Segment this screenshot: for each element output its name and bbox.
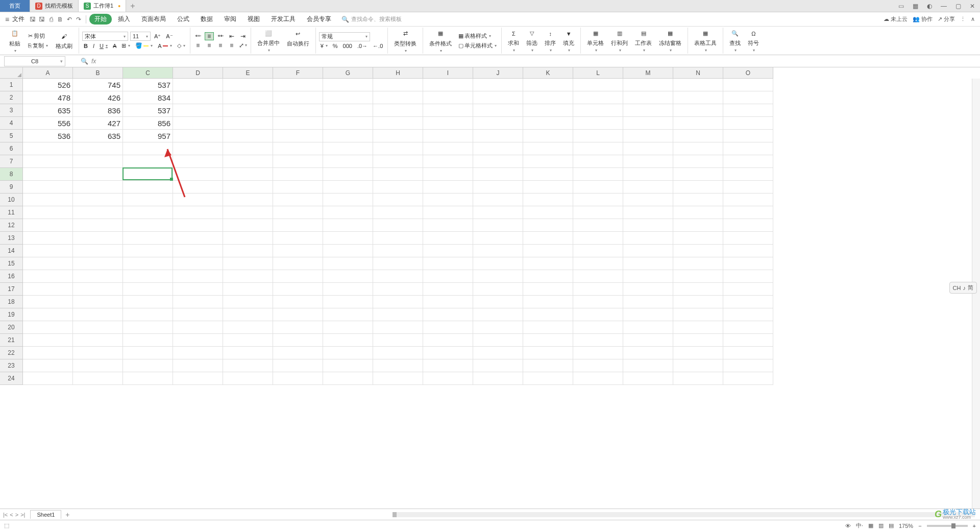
cell[interactable] bbox=[173, 117, 223, 130]
cell[interactable] bbox=[223, 155, 273, 168]
print-icon[interactable]: ⎙ bbox=[47, 15, 55, 23]
cell[interactable] bbox=[73, 181, 123, 194]
cell[interactable] bbox=[673, 232, 723, 245]
align-center-icon[interactable]: ≡ bbox=[205, 41, 214, 50]
cell[interactable] bbox=[723, 206, 773, 219]
cell[interactable] bbox=[23, 232, 73, 245]
column-header[interactable]: M bbox=[623, 67, 673, 79]
cell[interactable] bbox=[373, 194, 423, 206]
cell[interactable] bbox=[173, 206, 223, 219]
column-header[interactable]: I bbox=[423, 67, 473, 79]
cell[interactable] bbox=[723, 245, 773, 257]
strike-button[interactable]: A bbox=[111, 42, 118, 50]
cell[interactable] bbox=[423, 219, 473, 232]
cell[interactable] bbox=[223, 296, 273, 308]
row-header[interactable]: 8 bbox=[0, 168, 23, 181]
cell[interactable] bbox=[623, 334, 673, 347]
collapse-ribbon-icon[interactable]: ∧ bbox=[971, 16, 975, 22]
close-button[interactable]: ✕ bbox=[968, 2, 977, 11]
worksheet-button[interactable]: ▤工作表 bbox=[632, 28, 655, 54]
cell[interactable] bbox=[473, 219, 523, 232]
cell[interactable]: 856 bbox=[123, 117, 173, 130]
cell[interactable] bbox=[473, 257, 523, 270]
cell[interactable] bbox=[723, 219, 773, 232]
cell[interactable] bbox=[723, 296, 773, 308]
cell[interactable] bbox=[673, 283, 723, 296]
symbol-button[interactable]: Ω符号 bbox=[745, 28, 762, 54]
cell[interactable] bbox=[73, 296, 123, 308]
eye-icon[interactable]: 👁 bbox=[845, 523, 851, 529]
zoom-in-button[interactable]: + bbox=[973, 523, 976, 529]
cell[interactable] bbox=[173, 142, 223, 155]
cell[interactable] bbox=[123, 194, 173, 206]
cell[interactable] bbox=[523, 142, 573, 155]
align-top-icon[interactable]: ⬴ bbox=[193, 32, 203, 40]
row-header[interactable]: 15 bbox=[0, 257, 23, 270]
cell[interactable] bbox=[323, 257, 373, 270]
cell[interactable] bbox=[573, 168, 623, 181]
cell[interactable] bbox=[23, 321, 73, 334]
more-icon[interactable]: ⋮ bbox=[960, 16, 966, 22]
cell[interactable] bbox=[723, 181, 773, 194]
increase-font-icon[interactable]: A⁺ bbox=[153, 33, 162, 40]
cell[interactable] bbox=[473, 142, 523, 155]
cell[interactable] bbox=[723, 321, 773, 334]
sheet-tab[interactable]: Sheet1 bbox=[30, 510, 61, 519]
orientation-icon[interactable]: ⤢ bbox=[238, 41, 248, 50]
cell[interactable] bbox=[173, 219, 223, 232]
cell[interactable] bbox=[373, 283, 423, 296]
row-header[interactable]: 22 bbox=[0, 347, 23, 359]
cell[interactable] bbox=[723, 142, 773, 155]
number-format-select[interactable]: 常规▾ bbox=[319, 32, 370, 41]
cell[interactable] bbox=[223, 245, 273, 257]
cell[interactable] bbox=[673, 168, 723, 181]
cell[interactable] bbox=[73, 283, 123, 296]
cell[interactable] bbox=[523, 79, 573, 91]
zoom-value[interactable]: 175% bbox=[899, 523, 913, 529]
cell[interactable] bbox=[373, 296, 423, 308]
cell[interactable] bbox=[723, 232, 773, 245]
cell[interactable] bbox=[123, 257, 173, 270]
cell[interactable] bbox=[623, 206, 673, 219]
menu-review[interactable]: 审阅 bbox=[219, 14, 241, 25]
cell[interactable] bbox=[523, 155, 573, 168]
cell[interactable] bbox=[473, 245, 523, 257]
cell[interactable] bbox=[473, 206, 523, 219]
cell[interactable] bbox=[523, 283, 573, 296]
cell[interactable] bbox=[223, 206, 273, 219]
cell[interactable] bbox=[573, 104, 623, 117]
cell[interactable] bbox=[23, 168, 73, 181]
cell[interactable] bbox=[223, 347, 273, 359]
cell[interactable] bbox=[423, 359, 473, 372]
cell[interactable] bbox=[373, 270, 423, 283]
cell[interactable]: 536 bbox=[23, 130, 73, 142]
command-search[interactable]: 🔍 查找命令、搜索模板 bbox=[341, 15, 402, 23]
cell[interactable] bbox=[623, 181, 673, 194]
cell[interactable] bbox=[173, 283, 223, 296]
menu-insert[interactable]: 插入 bbox=[113, 14, 135, 25]
cell[interactable] bbox=[723, 334, 773, 347]
cell[interactable] bbox=[523, 257, 573, 270]
cell[interactable] bbox=[323, 104, 373, 117]
cell[interactable] bbox=[273, 130, 323, 142]
vertical-scrollbar[interactable] bbox=[972, 79, 980, 509]
cell[interactable] bbox=[573, 283, 623, 296]
cell[interactable] bbox=[473, 181, 523, 194]
cell[interactable] bbox=[423, 117, 473, 130]
cell-style-button[interactable]: ▢ 单元格样式 bbox=[457, 41, 498, 50]
cell[interactable] bbox=[623, 219, 673, 232]
cell[interactable] bbox=[673, 270, 723, 283]
row-header[interactable]: 6 bbox=[0, 142, 23, 155]
column-header[interactable]: E bbox=[223, 67, 273, 79]
cell[interactable] bbox=[473, 296, 523, 308]
collab-button[interactable]: 👥 协作 bbox=[913, 15, 933, 23]
cell[interactable] bbox=[473, 79, 523, 91]
menu-pagelayout[interactable]: 页面布局 bbox=[136, 14, 171, 25]
cell[interactable] bbox=[423, 194, 473, 206]
cell[interactable]: 635 bbox=[23, 104, 73, 117]
cell[interactable] bbox=[273, 321, 323, 334]
copy-button[interactable]: ⎘ 复制 bbox=[27, 41, 50, 50]
cell[interactable] bbox=[273, 168, 323, 181]
sheet-last-icon[interactable]: >| bbox=[20, 512, 25, 518]
cell[interactable] bbox=[423, 130, 473, 142]
